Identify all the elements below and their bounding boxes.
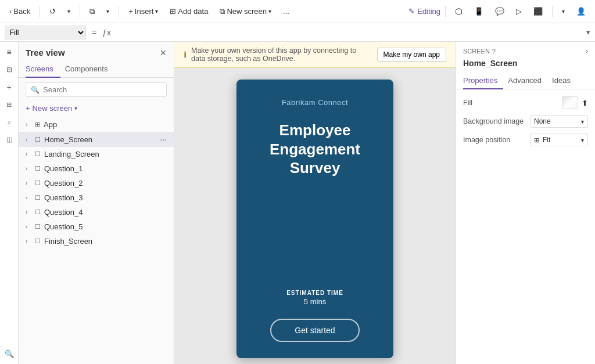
right-panel-expand-button[interactable]: › bbox=[586, 46, 588, 55]
formula-bar: Fill = ƒx ▾ bbox=[0, 23, 595, 42]
landing-chevron-icon: › bbox=[26, 151, 33, 157]
profile-button[interactable]: 👤 bbox=[572, 5, 590, 18]
fill-color-picker[interactable] bbox=[562, 96, 578, 109]
undo-button[interactable]: ↺ bbox=[45, 5, 60, 18]
separator-1 bbox=[40, 6, 40, 17]
share-button[interactable]: ⬡ bbox=[450, 4, 467, 19]
fx-icon[interactable]: ƒx bbox=[102, 28, 111, 37]
bg-image-label: Background image bbox=[463, 117, 524, 125]
q2-chevron-icon: › bbox=[26, 180, 33, 186]
tree-close-button[interactable]: ✕ bbox=[160, 48, 167, 57]
save-button[interactable]: ⬛ bbox=[529, 5, 547, 18]
copy-button[interactable]: ⧉ bbox=[85, 5, 99, 19]
chevron-down-icon: ▾ bbox=[67, 8, 70, 15]
tree-item-question5[interactable]: › ☐ Question_5 bbox=[19, 219, 174, 234]
app-preview-top: Fabrikam Connect Employee Engagement Sur… bbox=[236, 80, 393, 187]
add-data-button[interactable]: ⊞ Add data bbox=[165, 5, 213, 18]
insert-icon[interactable]: + bbox=[1, 79, 17, 95]
tree-tabs: Screens Components bbox=[19, 61, 174, 78]
tree-item-landing-screen[interactable]: › ☐ Landing_Screen bbox=[19, 147, 174, 161]
fill-upload-icon[interactable]: ⬆ bbox=[582, 99, 588, 107]
separator-4 bbox=[445, 6, 446, 17]
editing-label: Editing bbox=[417, 7, 440, 16]
make-own-app-button[interactable]: Make my own app bbox=[377, 48, 446, 62]
right-panel-header: SCREEN ? › bbox=[456, 42, 595, 57]
screen-label-text: SCREEN bbox=[463, 48, 490, 55]
tree-search-container: 🔍 bbox=[26, 82, 167, 97]
right-panel: SCREEN ? › Home_Screen Properties Advanc… bbox=[456, 42, 595, 364]
tree-view-icon[interactable]: ⊟ bbox=[1, 62, 17, 78]
variables-icon[interactable]: 𝑥 bbox=[1, 114, 17, 130]
bg-image-select[interactable]: None ▾ bbox=[530, 115, 588, 128]
q4-icon: ☐ bbox=[35, 208, 41, 216]
new-screen-label: New screen bbox=[227, 7, 267, 16]
phone-icon-button[interactable]: 📱 bbox=[469, 5, 488, 18]
home-screen-label: Home_Screen bbox=[44, 135, 157, 144]
app-icon: ⊞ bbox=[35, 121, 40, 128]
insert-label: Insert bbox=[135, 7, 154, 16]
tree-item-app[interactable]: › ⊞ App bbox=[19, 117, 174, 132]
formula-chevron-icon[interactable]: ▾ bbox=[586, 28, 590, 37]
more-button[interactable]: ... bbox=[278, 5, 294, 18]
save-chevron-icon: ▾ bbox=[562, 8, 565, 15]
copy-chevron-button[interactable]: ▾ bbox=[102, 6, 114, 17]
separator-5 bbox=[552, 6, 553, 17]
hamburger-menu-icon[interactable]: ≡ bbox=[1, 44, 17, 60]
q3-icon: ☐ bbox=[35, 194, 41, 201]
right-panel-tabs: Properties Advanced Ideas bbox=[456, 73, 595, 89]
back-label: Back bbox=[13, 7, 30, 16]
insert-button[interactable]: + Insert ▾ bbox=[124, 5, 163, 18]
new-screen-icon: ⧉ bbox=[220, 7, 225, 16]
undo-icon: ↺ bbox=[49, 7, 56, 16]
tab-properties[interactable]: Properties bbox=[463, 73, 503, 89]
back-button[interactable]: ‹ Back bbox=[5, 5, 35, 18]
chat-button[interactable]: 💬 bbox=[490, 5, 509, 18]
search-icon[interactable]: 🔍 bbox=[1, 345, 17, 362]
image-position-property-row: Image position ⊞ Fit ▾ bbox=[463, 134, 588, 146]
tree-item-question2[interactable]: › ☐ Question_2 bbox=[19, 176, 174, 190]
tree-item-finish-screen[interactable]: › ☐ Finish_Screen bbox=[19, 234, 174, 248]
undo-chevron-button[interactable]: ▾ bbox=[63, 6, 75, 17]
formula-input[interactable] bbox=[114, 26, 583, 39]
tree-items: › ⊞ App › ☐ Home_Screen ··· › ☐ Landing_… bbox=[19, 117, 174, 364]
new-screen-tree-button[interactable]: + New screen ▾ bbox=[19, 102, 174, 115]
new-screen-chevron-down-icon: ▾ bbox=[74, 105, 77, 111]
home-screen-more-button[interactable]: ··· bbox=[160, 135, 167, 144]
tree-item-home-screen[interactable]: › ☐ Home_Screen ··· bbox=[19, 132, 174, 147]
tab-advanced[interactable]: Advanced bbox=[508, 73, 547, 89]
tab-ideas[interactable]: Ideas bbox=[552, 73, 576, 89]
tree-item-question1[interactable]: › ☐ Question_1 bbox=[19, 161, 174, 176]
top-toolbar: ‹ Back ↺ ▾ ⧉ ▾ + Insert ▾ ⊞ Add data ⧉ N… bbox=[0, 0, 595, 23]
property-select[interactable]: Fill bbox=[5, 26, 86, 39]
q4-label: Question_4 bbox=[44, 208, 167, 217]
app-get-started-button[interactable]: Get started bbox=[270, 319, 359, 342]
background-image-property-row: Background image None ▾ bbox=[463, 115, 588, 128]
more-icon: ... bbox=[283, 7, 289, 16]
canvas-banner: ℹ Make your own version of this app by c… bbox=[174, 42, 456, 68]
tab-components[interactable]: Components bbox=[65, 61, 115, 78]
tree-panel-header: Tree view ✕ bbox=[19, 42, 174, 61]
play-button[interactable]: ▷ bbox=[511, 5, 526, 18]
main-area: ≡ ⊟ + ⊞ 𝑥 ◫ 🔍 Tree view ✕ Screens Compon… bbox=[0, 42, 595, 364]
landing-screen-icon: ☐ bbox=[35, 150, 41, 158]
img-position-icon: ⊞ bbox=[534, 136, 539, 144]
tab-screens[interactable]: Screens bbox=[26, 61, 60, 78]
tree-search-input[interactable] bbox=[43, 85, 162, 94]
editing-button[interactable]: ✎ Editing bbox=[408, 7, 440, 16]
save-chevron-button[interactable]: ▾ bbox=[557, 6, 569, 17]
data-icon[interactable]: ⊞ bbox=[1, 96, 17, 113]
media-icon[interactable]: ◫ bbox=[1, 131, 17, 147]
app-title: Employee Engagement Survey bbox=[246, 121, 384, 178]
new-screen-button[interactable]: ⧉ New screen ▾ bbox=[215, 5, 276, 19]
img-position-select[interactable]: ⊞ Fit ▾ bbox=[530, 134, 588, 146]
q2-icon: ☐ bbox=[35, 179, 41, 187]
info-icon: ℹ bbox=[184, 50, 187, 59]
new-screen-chevron-icon: ▾ bbox=[268, 8, 271, 15]
screen-help-icon[interactable]: ? bbox=[492, 48, 496, 55]
app-time-section: ESTIMATED TIME 5 mins bbox=[286, 290, 343, 306]
app-time-label: ESTIMATED TIME bbox=[286, 290, 343, 296]
tree-item-question4[interactable]: › ☐ Question_4 bbox=[19, 205, 174, 219]
landing-screen-label: Landing_Screen bbox=[44, 150, 167, 158]
tree-item-question3[interactable]: › ☐ Question_3 bbox=[19, 190, 174, 205]
bg-image-chevron-icon: ▾ bbox=[581, 118, 584, 125]
